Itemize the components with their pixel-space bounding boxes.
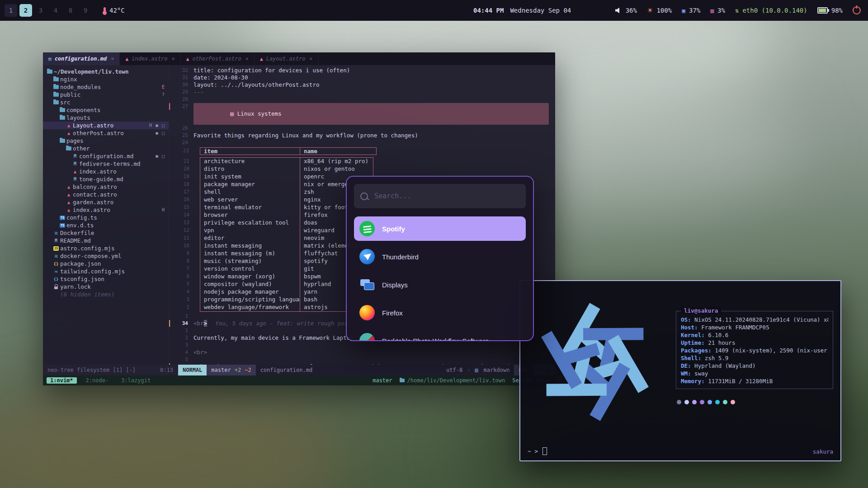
tree-item[interactable]: components bbox=[43, 106, 169, 114]
tree-item[interactable]: tone-guide.md bbox=[43, 175, 169, 183]
tree-item-label: nginx bbox=[60, 76, 77, 83]
tree-item[interactable]: other bbox=[43, 145, 169, 152]
tree-item[interactable]: README.md bbox=[43, 237, 169, 244]
workspace-button[interactable]: 9 bbox=[79, 4, 92, 17]
tree-item[interactable]: garden.astro bbox=[43, 198, 169, 206]
launcher-item[interactable]: Firefox bbox=[354, 300, 526, 325]
tree-item[interactable]: Layout.astro H ● □ bbox=[43, 122, 169, 129]
buffer-tab[interactable]: configuration.md × bbox=[43, 52, 120, 65]
filetype-icon bbox=[48, 56, 52, 62]
tree-item[interactable]: configuration.md ● □ bbox=[43, 152, 169, 160]
tree-item[interactable]: node_modules E bbox=[43, 83, 169, 91]
clock-time: 04:44 PM bbox=[473, 7, 504, 14]
tree-item[interactable]: balcony.astro bbox=[43, 183, 169, 191]
battery-module[interactable]: 98% bbox=[817, 7, 843, 14]
tree-item[interactable]: otherPost.astro ● □ bbox=[43, 129, 169, 137]
tree-item[interactable]: src bbox=[43, 99, 169, 106]
separator-icon bbox=[467, 365, 470, 375]
info-label: Uptime: bbox=[681, 339, 708, 347]
tree-item[interactable]: (6 hidden items) bbox=[43, 291, 169, 298]
file-type-icon bbox=[71, 161, 79, 167]
power-module[interactable] bbox=[853, 6, 861, 14]
system-info-line: Packages: 1409 (nix-system), 2590 (nix-u… bbox=[681, 347, 828, 354]
buffer-line: 5 bbox=[169, 356, 555, 363]
tmux-window[interactable]: 1:nvim* bbox=[47, 377, 77, 384]
tree-item[interactable]: docker-compose.yml bbox=[43, 252, 169, 260]
buffer-tab[interactable]: otherPost.astro × bbox=[181, 52, 255, 65]
tmux-window[interactable]: 2:node- bbox=[82, 377, 113, 384]
tree-item[interactable]: package.json bbox=[43, 260, 169, 267]
launcher-item[interactable]: Thunderbird bbox=[354, 244, 526, 269]
tmux-window[interactable]: 3:lazygit bbox=[118, 377, 154, 384]
sign-column bbox=[169, 132, 174, 139]
close-icon[interactable]: × bbox=[245, 56, 249, 62]
table-cell-item: editor bbox=[200, 235, 300, 242]
tree-item[interactable]: yarn.lock bbox=[43, 283, 169, 291]
tree-item-label: package.json bbox=[60, 260, 101, 267]
file-type-icon bbox=[65, 130, 73, 136]
tree-item-label: configuration.md bbox=[79, 153, 133, 160]
launcher-item[interactable]: Darktable Photo Workflow Software bbox=[354, 328, 526, 341]
memory-module[interactable]: ▥ 3% bbox=[710, 7, 725, 14]
line-number: 12 bbox=[175, 227, 189, 234]
tree-item[interactable]: env.d.ts bbox=[43, 221, 169, 229]
buffer-tab[interactable]: index.astro × bbox=[120, 52, 180, 65]
shell-prompt[interactable]: ~ > bbox=[528, 447, 547, 455]
network-module[interactable]: ⇅ eth0 (10.0.0.140) bbox=[735, 7, 807, 14]
memory-icon: ▥ bbox=[710, 7, 714, 14]
table-cell-item: web server bbox=[200, 196, 300, 204]
close-icon[interactable]: × bbox=[111, 56, 114, 62]
line-number: 1 bbox=[174, 313, 188, 320]
tree-item[interactable]: tsconfig.json bbox=[43, 275, 169, 283]
tree-item[interactable]: ~/Development/liv.town bbox=[43, 68, 169, 75]
tree-item[interactable]: fediverse-terms.md bbox=[43, 160, 169, 168]
tree-item-label: fediverse-terms.md bbox=[79, 160, 140, 167]
terminal-window[interactable]: liv@sakura OS: NixOS 24.11.20240828.71e9… bbox=[519, 280, 841, 461]
line-number: 26 bbox=[174, 125, 188, 132]
launcher-item[interactable]: Displays bbox=[354, 272, 526, 297]
workspace-button[interactable]: 3 bbox=[34, 4, 47, 17]
file-tree: ~/Development/liv.town nginx node_module… bbox=[43, 65, 169, 365]
workspace-button[interactable]: 8 bbox=[64, 4, 77, 17]
filetype-icon bbox=[260, 56, 263, 62]
tree-item[interactable]: index.astro bbox=[43, 168, 169, 175]
table-cell-name: nixos or gentoo bbox=[300, 165, 376, 173]
tree-item-label: README.md bbox=[60, 237, 91, 244]
folder-icon bbox=[400, 379, 405, 382]
workspace-button[interactable]: 2 bbox=[19, 4, 32, 17]
tree-item[interactable]: tailwind.config.mjs bbox=[43, 267, 169, 275]
hostname-label: sakura bbox=[813, 448, 833, 455]
buffer-tab[interactable]: Layout.astro × bbox=[255, 52, 319, 65]
close-icon[interactable]: × bbox=[172, 56, 175, 62]
close-icon[interactable]: × bbox=[309, 56, 312, 62]
table-cell-item: init system bbox=[200, 173, 300, 181]
cpu-module[interactable]: ▣ 37% bbox=[682, 7, 700, 14]
text-cursor: > bbox=[204, 320, 208, 327]
top-bar: 1 2 3 4 8 9 42°C 04:44 PM Wednesday Sep … bbox=[0, 0, 868, 21]
workspace-button[interactable]: 4 bbox=[49, 4, 62, 17]
tree-item[interactable]: pages bbox=[43, 137, 169, 145]
tree-item[interactable]: Dockerfile bbox=[43, 229, 169, 237]
launcher-item[interactable]: Spotify bbox=[354, 216, 526, 241]
tree-item[interactable]: astro.config.mjs bbox=[43, 244, 169, 252]
tree-item[interactable]: nginx bbox=[43, 75, 169, 83]
temperature-module[interactable]: 42°C bbox=[104, 7, 125, 14]
tree-item[interactable]: config.ts bbox=[43, 214, 169, 221]
volume-module[interactable]: 36% bbox=[615, 7, 637, 14]
tree-item[interactable]: layouts bbox=[43, 114, 169, 122]
tree-item[interactable]: index.astro H bbox=[43, 206, 169, 214]
terminal-cursor bbox=[542, 447, 547, 455]
brightness-module[interactable]: ☀ 100% bbox=[647, 6, 672, 14]
status-modules: 36% ☀ 100% ▣ 37% ▥ 3% ⇅ eth0 (10.0.0.140… bbox=[615, 6, 868, 14]
line-number: 16 bbox=[175, 196, 189, 203]
tree-item[interactable]: contact.astro bbox=[43, 191, 169, 198]
buffer-line: 25 Favorite things regarding Linux and m… bbox=[169, 132, 555, 139]
workspace-button[interactable]: 1 bbox=[5, 4, 17, 17]
launcher-search[interactable] bbox=[354, 184, 526, 208]
tree-item[interactable]: public ? bbox=[43, 91, 169, 99]
line-number: 10 bbox=[175, 242, 189, 249]
search-input[interactable] bbox=[373, 192, 519, 201]
file-type-icon bbox=[71, 153, 79, 160]
clock-module[interactable]: 04:44 PM Wednesday Sep 04 bbox=[473, 0, 571, 21]
file-type-icon bbox=[58, 215, 66, 221]
